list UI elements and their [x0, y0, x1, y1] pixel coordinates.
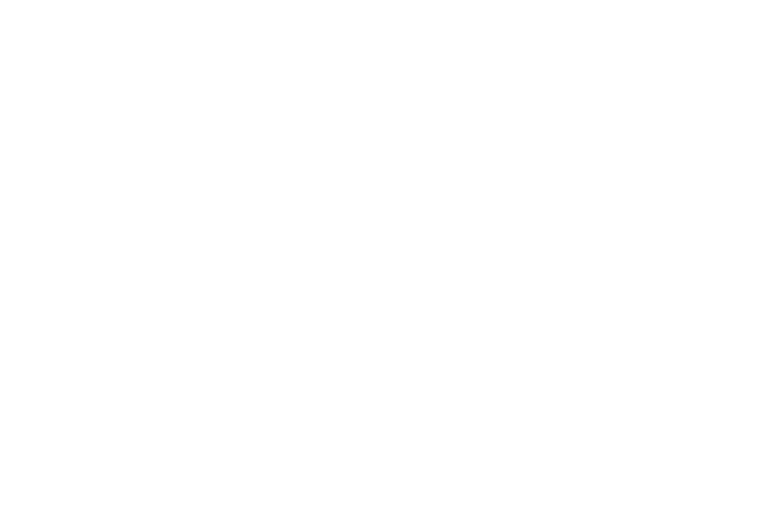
- tree-container: [0, 0, 776, 532]
